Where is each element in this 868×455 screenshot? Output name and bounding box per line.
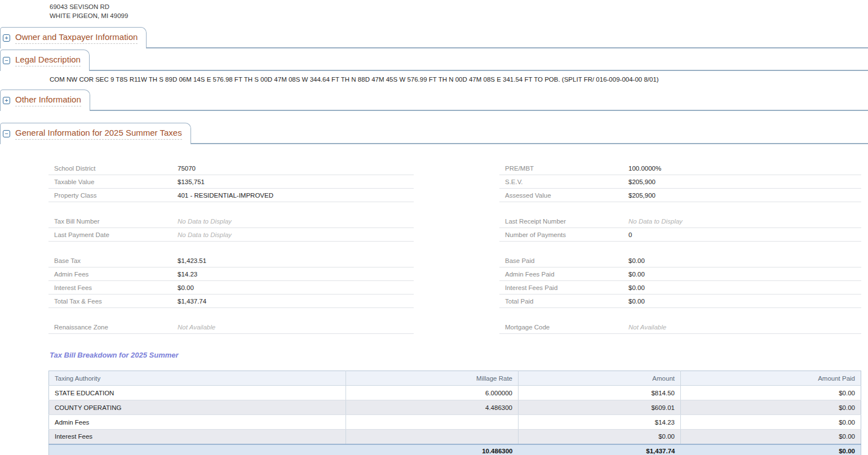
field-group: Renaissance ZoneNot Available bbox=[48, 320, 414, 334]
col-amount-paid: Amount Paid bbox=[681, 371, 861, 386]
table-row: Interest Fees$0.00$0.00 bbox=[49, 430, 861, 444]
field-value: 0 bbox=[628, 231, 632, 238]
section-general-information: − General Information for 2025 Summer Ta… bbox=[0, 123, 868, 455]
field-row: Mortgage CodeNot Available bbox=[499, 320, 861, 334]
field-value: $14.23 bbox=[178, 271, 197, 278]
field-value: 75070 bbox=[178, 165, 196, 172]
field-label: Taxable Value bbox=[54, 179, 178, 185]
table-cell: $0.00 bbox=[681, 400, 861, 415]
field-label: Total Tax & Fees bbox=[54, 298, 178, 305]
field-value: Not Available bbox=[178, 324, 215, 331]
field-label: Interest Fees Paid bbox=[505, 284, 628, 291]
field-row: Tax Bill NumberNo Data to Display bbox=[48, 215, 414, 228]
field-row: Total Tax & Fees$1,437.74 bbox=[48, 295, 414, 308]
field-row: Base Paid$0.00 bbox=[499, 254, 861, 267]
table-cell: 4.486300 bbox=[346, 400, 519, 415]
field-group: PRE/MBT100.0000%S.E.V.$205,900Assessed V… bbox=[499, 162, 861, 202]
field-value: $0.00 bbox=[628, 271, 645, 278]
property-address: 69043 SEVISON RD WHITE PIGEON, MI 49099 bbox=[50, 2, 868, 20]
field-label: Last Payment Date bbox=[54, 231, 178, 238]
tab-general-label: General Information for 2025 Summer Taxe… bbox=[15, 128, 182, 140]
general-info-grid: School District75070Taxable Value$135,75… bbox=[48, 144, 868, 346]
field-label: Total Paid bbox=[505, 298, 628, 305]
field-row: Interest Fees$0.00 bbox=[48, 281, 414, 295]
expand-icon[interactable]: + bbox=[3, 34, 10, 42]
table-cell: $814.50 bbox=[519, 386, 681, 400]
field-label: S.E.V. bbox=[505, 179, 628, 185]
table-cell bbox=[346, 430, 519, 444]
table-cell: $0.00 bbox=[681, 386, 861, 400]
field-row: Total Paid$0.00 bbox=[499, 295, 861, 308]
table-cell: $609.01 bbox=[519, 400, 681, 415]
table-cell: $14.23 bbox=[519, 415, 681, 430]
col-amount: Amount bbox=[519, 371, 681, 386]
field-value: $205,900 bbox=[628, 179, 656, 185]
field-label: Last Receipt Number bbox=[505, 218, 628, 225]
table-row: STATE EDUCATION6.000000$814.50$0.00 bbox=[49, 386, 861, 400]
table-cell: Admin Fees bbox=[49, 415, 346, 430]
table-cell: STATE EDUCATION bbox=[49, 386, 346, 400]
field-row: Admin Fees Paid$0.00 bbox=[499, 267, 861, 281]
section-divider bbox=[90, 70, 868, 71]
field-label: Property Class bbox=[54, 192, 178, 199]
tab-other-information[interactable]: + Other Information bbox=[0, 90, 90, 111]
field-row: PRE/MBT100.0000% bbox=[499, 162, 861, 175]
section-owner-taxpayer: + Owner and Taxpayer Information bbox=[0, 27, 868, 48]
table-row: Admin Fees$14.23$0.00 bbox=[49, 415, 861, 430]
field-label: Admin Fees bbox=[54, 271, 178, 278]
tab-legal-description[interactable]: − Legal Description bbox=[0, 50, 90, 71]
field-value: $0.00 bbox=[628, 257, 645, 264]
total-cell bbox=[49, 444, 346, 455]
field-row: Renaissance ZoneNot Available bbox=[48, 320, 414, 334]
table-cell: $0.00 bbox=[681, 430, 861, 444]
total-amount-paid: $0.00 bbox=[681, 444, 861, 455]
total-millage-rate: 10.486300 bbox=[346, 444, 519, 455]
section-legal-description: − Legal Description COM NW COR SEC 9 T8S… bbox=[0, 50, 868, 84]
table-cell: $0.00 bbox=[519, 430, 681, 444]
field-value: No Data to Display bbox=[178, 218, 232, 225]
table-cell: $0.00 bbox=[681, 415, 861, 430]
table-row: COUNTY OPERATING4.486300$609.01$0.00 bbox=[49, 400, 861, 415]
field-row: School District75070 bbox=[48, 162, 414, 175]
tab-legal-label: Legal Description bbox=[15, 55, 81, 66]
field-value: $135,751 bbox=[178, 179, 205, 185]
expand-icon[interactable]: + bbox=[3, 97, 10, 104]
collapse-icon[interactable]: − bbox=[3, 130, 10, 137]
field-label: Tax Bill Number bbox=[54, 218, 178, 225]
field-label: Number of Payments bbox=[505, 231, 628, 238]
table-total-row: 10.486300 $1,437.74 $0.00 bbox=[49, 444, 861, 455]
field-value: 100.0000% bbox=[628, 165, 661, 172]
tab-other-label: Other Information bbox=[15, 95, 81, 106]
field-group: School District75070Taxable Value$135,75… bbox=[48, 162, 414, 202]
collapse-icon[interactable]: − bbox=[3, 57, 10, 64]
field-label: Mortgage Code bbox=[505, 324, 628, 331]
section-divider bbox=[90, 110, 868, 111]
field-label: Renaissance Zone bbox=[54, 324, 178, 331]
breakdown-title: Tax Bill Breakdown for 2025 Summer bbox=[50, 351, 868, 360]
col-taxing-authority: Taxing Authority bbox=[49, 371, 346, 386]
field-row: Interest Fees Paid$0.00 bbox=[499, 281, 861, 295]
tab-owner-taxpayer-information[interactable]: + Owner and Taxpayer Information bbox=[0, 27, 147, 48]
table-cell bbox=[346, 415, 519, 430]
address-line2: WHITE PIGEON, MI 49099 bbox=[50, 11, 868, 20]
field-label: Base Paid bbox=[505, 257, 628, 264]
field-label: Assessed Value bbox=[505, 192, 628, 199]
info-column-left: School District75070Taxable Value$135,75… bbox=[48, 162, 414, 346]
field-row: Taxable Value$135,751 bbox=[48, 175, 414, 189]
field-value: 401 - RESIDENTIAL-IMPROVED bbox=[178, 192, 273, 199]
table-cell: Interest Fees bbox=[49, 430, 346, 444]
field-row: Property Class401 - RESIDENTIAL-IMPROVED bbox=[48, 189, 414, 202]
field-value: No Data to Display bbox=[628, 218, 683, 225]
field-label: PRE/MBT bbox=[505, 165, 628, 172]
field-value: $1,423.51 bbox=[178, 257, 206, 264]
table-cell: COUNTY OPERATING bbox=[49, 400, 346, 415]
field-label: Interest Fees bbox=[54, 284, 178, 291]
field-row: Base Tax$1,423.51 bbox=[48, 254, 414, 267]
tab-general-information[interactable]: − General Information for 2025 Summer Ta… bbox=[0, 123, 191, 144]
section-divider bbox=[191, 143, 868, 144]
address-line1: 69043 SEVISON RD bbox=[50, 2, 868, 11]
table-cell: 6.000000 bbox=[346, 386, 519, 400]
field-value: $0.00 bbox=[628, 284, 645, 291]
field-value: $0.00 bbox=[178, 284, 194, 291]
tax-bill-breakdown-table: Taxing Authority Millage Rate Amount Amo… bbox=[48, 371, 861, 455]
